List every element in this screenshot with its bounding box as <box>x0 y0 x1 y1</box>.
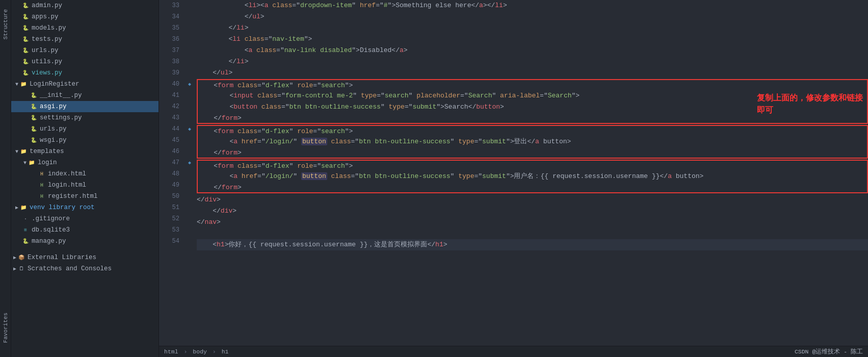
code-line-49: </form> <box>197 182 868 193</box>
gutter-cell <box>185 146 195 157</box>
sidebar-item-index-html[interactable]: H index.html <box>11 168 159 180</box>
structure-tab[interactable]: Structure <box>2 5 10 43</box>
code-line-51: </div> <box>197 206 868 217</box>
sidebar-file-label: login.html <box>48 182 86 189</box>
html-file-icon: H <box>38 192 46 200</box>
sidebar-item-manage-py[interactable]: 🐍 manage.py <box>11 236 159 247</box>
line-num: 46 <box>159 146 179 157</box>
line-num: 45 <box>159 135 179 146</box>
gutter-cell <box>185 101 195 112</box>
python-file-icon: 🐍 <box>30 114 38 122</box>
code-line-53 <box>197 228 868 239</box>
line-num: 35 <box>159 22 179 34</box>
sidebar-section-label: Scratches and Consoles <box>28 265 112 272</box>
line-num: 52 <box>159 213 179 224</box>
sidebar-item-db-sqlite3[interactable]: ≡ db.sqlite3 <box>11 224 159 236</box>
sidebar-file-label: apps.py <box>32 13 59 20</box>
line-num: 39 <box>159 67 179 79</box>
status-bar-right: CSDN @运维技术 - 陈工 <box>795 348 863 355</box>
gutter-cell <box>185 191 195 202</box>
line-num: 40 <box>159 79 179 90</box>
sidebar-item-register-html[interactable]: H register.html <box>11 191 159 202</box>
sidebar-folder-label: venv library root <box>30 204 95 211</box>
line-num: 42 <box>159 101 179 112</box>
gutter-cell <box>185 224 195 236</box>
python-file-icon: 🐍 <box>21 69 30 77</box>
code-line-44: <form class="d-flex" role="search"> <box>197 125 868 136</box>
breadcrumb-item: h1 <box>222 348 229 355</box>
python-file-icon: 🐍 <box>21 13 30 21</box>
breadcrumb-separator: › <box>213 348 216 355</box>
sidebar-item-external-libraries[interactable]: ▶ 📦 External Libraries <box>11 252 159 263</box>
sidebar-item-views-py[interactable]: 🐍 views.py <box>11 67 159 79</box>
expand-arrow-icon: ▶ <box>15 205 18 211</box>
code-line-50: </div> <box>197 194 868 206</box>
gutter-cell <box>185 67 195 79</box>
sidebar-file-label: utils.py <box>32 58 62 65</box>
sidebar-file-label: settings.py <box>40 114 82 121</box>
line-num: 34 <box>159 11 179 22</box>
sidebar-item-settings-py[interactable]: 🐍 settings.py <box>11 112 159 123</box>
sidebar-file-label: models.py <box>32 24 66 32</box>
line-num: 49 <box>159 180 179 191</box>
sidebar-file-label: urls.py <box>32 47 59 54</box>
sidebar-item-apps-py[interactable]: 🐍 apps.py <box>11 11 159 22</box>
sidebar-item-gitignore[interactable]: · .gitignore <box>11 213 159 224</box>
code-line-43: </form> <box>197 113 868 124</box>
html-file-icon: H <box>38 170 46 178</box>
python-file-icon: 🐍 <box>21 35 30 43</box>
line-num: 33 <box>159 0 179 11</box>
gutter-cell <box>185 0 195 11</box>
sidebar-item-login-html[interactable]: H login.html <box>11 180 159 191</box>
favorites-tab[interactable]: Favorites <box>2 309 10 347</box>
folder-icon: 📁 <box>19 80 28 88</box>
sidebar-item-loginregister[interactable]: ▼ 📁 LoginRegister <box>11 79 159 90</box>
sidebar-item-init-py[interactable]: 🐍 __init__.py <box>11 90 159 101</box>
editor-gutter: ◆ ◆ ◆ <box>185 0 195 346</box>
folder-icon: 📁 <box>19 147 28 156</box>
code-content-area[interactable]: <li><a class="dropdown-item" href="#">So… <box>195 0 868 346</box>
file-icon: · <box>21 215 30 223</box>
db-file-icon: ≡ <box>21 226 30 234</box>
gutter-cell <box>185 135 195 146</box>
left-panel-tabs: Structure Favorites <box>0 0 11 357</box>
gutter-cell <box>185 180 195 191</box>
code-line-47: <form class="d-flex" role="search"> <box>197 160 868 171</box>
code-line-48: <a href="/login/" button class="btn btn-… <box>197 171 868 182</box>
sidebar-file-label: .gitignore <box>32 215 70 222</box>
editor-area: 33 34 35 36 37 38 39 40 41 42 43 44 45 4… <box>159 0 868 357</box>
code-editor[interactable]: 33 34 35 36 37 38 39 40 41 42 43 44 45 4… <box>159 0 868 346</box>
sidebar-folder-label: LoginRegister <box>30 81 80 88</box>
sidebar-item-templates[interactable]: ▼ 📁 templates <box>11 146 159 157</box>
sidebar-file-label: tests.py <box>32 36 62 43</box>
gutter-cell <box>185 168 195 180</box>
python-file-icon: 🐍 <box>30 136 38 144</box>
sidebar-folder-label: login <box>38 159 57 166</box>
breadcrumb: html › body › h1 <box>164 348 228 355</box>
sidebar-item-scratches[interactable]: ▶ 🗒 Scratches and Consoles <box>11 263 159 274</box>
expand-arrow-icon: ▼ <box>15 149 18 155</box>
line-num: 36 <box>159 34 179 45</box>
code-line-54: <h1>你好，{{ request.session.username }}，这是… <box>197 239 868 250</box>
sidebar-item-models-py[interactable]: 🐍 models.py <box>11 22 159 34</box>
line-num: 50 <box>159 191 179 202</box>
gutter-cell: ◆ <box>185 123 195 135</box>
sidebar-item-asgi-py[interactable]: 🐍 asgi.py <box>11 101 159 112</box>
sidebar-item-tests-py[interactable]: 🐍 tests.py <box>11 34 159 45</box>
code-line-36: <li class="nav-item"> <box>197 34 868 45</box>
line-num: 53 <box>159 224 179 236</box>
code-line-46: </form> <box>197 147 868 159</box>
python-file-icon: 🐍 <box>21 46 30 55</box>
gutter-cell <box>185 56 195 67</box>
sidebar-folder-label: templates <box>30 148 64 155</box>
sidebar-item-wsgi-py[interactable]: 🐍 wsgi.py <box>11 135 159 146</box>
sidebar-item-urls-py[interactable]: 🐍 urls.py <box>11 45 159 56</box>
sidebar-item-utils-py[interactable]: 🐍 utils.py <box>11 56 159 67</box>
sidebar-item-urls2-py[interactable]: 🐍 urls.py <box>11 123 159 135</box>
scratch-icon: 🗒 <box>17 265 25 273</box>
sidebar-item-login-folder[interactable]: ▼ 📁 login <box>11 157 159 168</box>
sidebar-item-admin-py[interactable]: 🐍 admin.py <box>11 0 159 11</box>
expand-arrow-icon: ▶ <box>13 254 16 261</box>
sidebar-item-venv[interactable]: ▶ 📁 venv library root <box>11 202 159 213</box>
line-num: 44 <box>159 123 179 135</box>
